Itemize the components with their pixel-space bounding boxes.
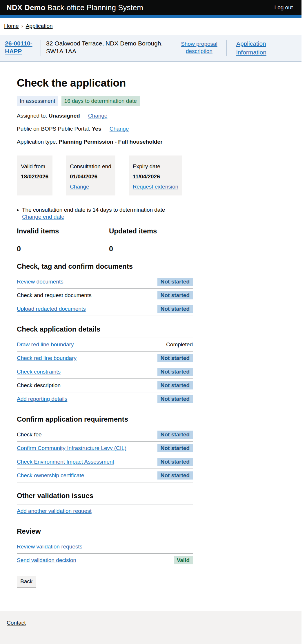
counter-label: Updated items (109, 227, 193, 235)
app-title: NDX DemoBack-office Planning System (6, 4, 143, 11)
date-cards: Valid from18/02/2026Consultation end01/0… (17, 155, 193, 195)
task-status-tag: Not started (157, 395, 193, 403)
date-card-label: Consultation end (70, 163, 111, 169)
logout-link[interactable]: Log out (275, 4, 293, 11)
page-title: Check the application (17, 77, 193, 89)
task-link[interactable]: Check ownership certificate (17, 472, 84, 479)
task-sections: Check, tag and confirm documentsReview d… (17, 262, 193, 567)
page-viewport: NDX DemoBack-office Planning System Log … (0, 0, 301, 644)
section-title: Check, tag and confirm documents (17, 262, 193, 270)
section-confirm-application-requirements: Confirm application requirementsCheck fe… (17, 415, 193, 482)
application-type-line: Application type: Planning Permission - … (17, 139, 193, 145)
header-accent-bar (0, 15, 301, 18)
assigned-change-link[interactable]: Change (88, 113, 108, 119)
portal-value: Yes (92, 126, 101, 132)
banner-divider (41, 40, 41, 56)
consultation-notice-item: The consultation end date is 14 days to … (22, 206, 193, 220)
task-link[interactable]: Confirm Community Infrastructure Levy (C… (17, 445, 126, 451)
task-row: Check and request documentsNot started (17, 288, 193, 302)
date-card-action-link[interactable]: Change (70, 184, 89, 190)
task-row: Check constraintsNot started (17, 365, 193, 378)
section-check-application-details: Check application detailsDraw red line b… (17, 325, 193, 406)
application-banner: 26-00110-HAPP 32 Oakwood Terrace, NDX De… (0, 35, 301, 62)
task-link[interactable]: Send validation decision (17, 557, 76, 564)
task-status-tag: Not started (157, 354, 193, 362)
counter-value: 0 (109, 245, 193, 253)
section-title: Confirm application requirements (17, 415, 193, 423)
task-row: Confirm Community Infrastructure Levy (C… (17, 441, 193, 455)
task-link[interactable]: Add reporting details (17, 396, 67, 402)
section-check-tag-and-confirm-documents: Check, tag and confirm documentsReview d… (17, 262, 193, 316)
task-label: Check fee (17, 431, 42, 438)
date-card: Valid from18/02/2026 (17, 155, 52, 195)
task-status-tag: Not started (157, 381, 193, 389)
task-link[interactable]: Review documents (17, 279, 63, 285)
task-list: Draw red line boundaryCompletedCheck red… (17, 338, 193, 406)
task-status-tag: Not started (157, 444, 193, 452)
task-row: Draw red line boundaryCompleted (17, 338, 193, 351)
contact-link[interactable]: Contact (7, 620, 26, 626)
task-link[interactable]: Upload redacted documents (17, 306, 86, 312)
task-row: Check feeNot started (17, 428, 193, 441)
assigned-to-label: Assigned to: (17, 113, 47, 119)
consultation-notice-text: The consultation end date is 14 days to … (22, 207, 165, 213)
date-card-value: 18/02/2026 (21, 173, 48, 180)
task-link[interactable]: Check red line boundary (17, 355, 77, 361)
section-review: ReviewReview validation requestsSend val… (17, 527, 193, 567)
task-link[interactable]: Check Environment Impact Assessment (17, 459, 114, 465)
breadcrumb-separator: › (21, 23, 23, 29)
task-list: Add another validation request (17, 504, 193, 518)
app-header: NDX DemoBack-office Planning System Log … (0, 0, 301, 15)
task-link[interactable]: Add another validation request (17, 508, 92, 514)
task-label: Check description (17, 382, 61, 389)
task-status-text: Completed (166, 341, 193, 348)
application-reference-link[interactable]: 26-00110-HAPP (5, 40, 32, 54)
breadcrumb-item-home[interactable]: Home (4, 23, 19, 29)
counter-label: Invalid items (17, 227, 109, 235)
date-card-action-link[interactable]: Request extension (133, 184, 178, 190)
portal-label: Public on BOPS Public Portal: (17, 126, 90, 132)
date-card-value: 01/04/2026 (70, 173, 111, 180)
task-link[interactable]: Review validation requests (17, 544, 82, 550)
task-link[interactable]: Draw red line boundary (17, 341, 74, 348)
task-link[interactable]: Check constraints (17, 369, 61, 375)
task-list: Check feeNot startedConfirm Community In… (17, 428, 193, 482)
show-proposal-cell: Show proposal description (177, 39, 221, 55)
task-list: Review documentsNot startedCheck and req… (17, 275, 193, 316)
task-row: Upload redacted documentsNot started (17, 302, 193, 316)
task-label: Check and request documents (17, 292, 92, 299)
counter-invalid-items: Invalid items0 (17, 227, 109, 253)
task-row: Send validation decisionValid (17, 553, 193, 567)
assigned-to-value: Unassigned (49, 113, 80, 119)
application-type-label: Application type: (17, 139, 57, 145)
application-reference: 26-00110-HAPP (5, 39, 35, 55)
app-title-product: NDX Demo (6, 3, 45, 12)
portal-change-link[interactable]: Change (110, 126, 129, 132)
breadcrumb: Home›Application (0, 18, 301, 35)
back-button[interactable]: Back (17, 576, 36, 587)
status-tag-row: In assessment 16 days to determination d… (17, 96, 193, 106)
change-end-date-link[interactable]: Change end date (22, 213, 64, 220)
task-status-tag: Not started (157, 458, 193, 466)
task-status-tag: Not started (157, 368, 193, 376)
breadcrumb-item-application[interactable]: Application (26, 23, 53, 29)
banner-divider (226, 40, 227, 56)
application-info-cell: Application information (232, 39, 281, 57)
show-proposal-link[interactable]: Show proposal description (181, 41, 217, 54)
section-other-validation-issues: Other validation issuesAdd another valid… (17, 492, 193, 518)
task-list: Review validation requestsSend validatio… (17, 540, 193, 567)
task-status-tag: Not started (157, 431, 193, 439)
counter-value: 0 (17, 245, 109, 253)
date-card-value: 11/04/2026 (133, 173, 178, 180)
application-info-link[interactable]: Application information (236, 40, 266, 56)
task-row: Add another validation request (17, 504, 193, 518)
portal-line: Public on BOPS Public Portal: Yes Change (17, 126, 193, 132)
task-row: Review documentsNot started (17, 275, 193, 288)
app-title-rest: Back-office Planning System (47, 3, 143, 12)
task-status-tag: Not started (157, 291, 193, 299)
section-title: Other validation issues (17, 492, 193, 500)
assigned-to-line: Assigned to: Unassigned Change (17, 113, 193, 119)
status-badge: In assessment (17, 96, 58, 106)
task-row: Check Environment Impact AssessmentNot s… (17, 455, 193, 469)
task-status-tag: Not started (157, 305, 193, 313)
